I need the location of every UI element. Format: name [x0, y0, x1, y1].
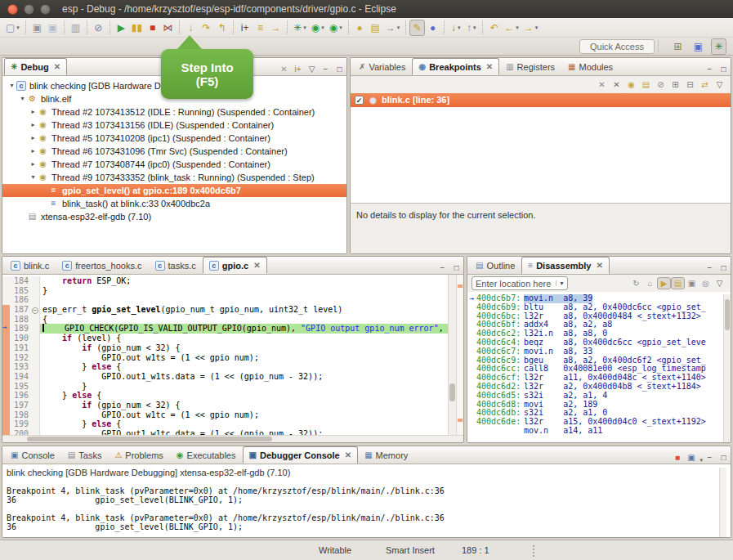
tree-expander-icon[interactable]: ▾: [29, 171, 38, 184]
expand-all-button[interactable]: ⊞: [668, 78, 682, 91]
debug-tree-row[interactable]: ▸◉Thread #6 1073431096 (Tmr Svc) (Suspen…: [2, 145, 346, 158]
minimize-button[interactable]: −: [703, 262, 717, 274]
back-button[interactable]: ←▾: [502, 20, 521, 36]
forward-dropdown-icon[interactable]: ▾: [535, 25, 539, 31]
new-wizard-button[interactable]: ▢▾: [3, 20, 22, 36]
breakpoint-row[interactable]: ✓◉blink.c [line: 36]: [351, 93, 731, 107]
code-line[interactable]: 184 return ESP_OK;: [2, 276, 448, 286]
window-minimize-button[interactable]: [24, 4, 34, 15]
location-input[interactable]: Enter location here ▼: [472, 276, 568, 290]
next-annotation-button[interactable]: ↓▾: [448, 20, 463, 36]
tab-gpio-c[interactable]: cgpio.c✕: [203, 257, 267, 274]
breakpoint-checkbox[interactable]: ✓: [355, 96, 364, 105]
tab-debug[interactable]: ✳Debug✕: [4, 58, 67, 75]
step-over-button[interactable]: ↷: [199, 20, 214, 36]
tab-tasks-c[interactable]: ctasks.c: [149, 257, 203, 274]
code-analysis-button[interactable]: ●: [425, 20, 440, 36]
instruction-stepping-button[interactable]: i+: [237, 20, 253, 36]
close-icon[interactable]: ✕: [54, 62, 60, 71]
link-with-debug-view-button[interactable]: ⇄: [698, 78, 712, 91]
tab-memory[interactable]: ▦Memory: [358, 446, 414, 464]
suspend-button[interactable]: ▮▮: [129, 20, 145, 36]
home-button[interactable]: ⌂: [643, 277, 657, 289]
maximize-button[interactable]: □: [717, 262, 731, 274]
run-button[interactable]: ◉▾: [309, 20, 327, 36]
debug-tree-row[interactable]: ▸◉Thread #3 1073413156 (IDLE) (Suspended…: [2, 119, 346, 132]
debug-tree-row[interactable]: ≡blink_task() at blink.c:33 0x400dbc2a: [2, 197, 346, 210]
open-element-button[interactable]: ●: [352, 20, 368, 36]
code-line[interactable]: →189 GPIO_CHECK(GPIO_IS_VALID_OUTPUT_GPI…: [2, 324, 448, 334]
tab-modules[interactable]: ▦Modules: [561, 58, 619, 75]
window-maximize-button[interactable]: [40, 4, 51, 15]
debug-button[interactable]: ✳▾: [291, 20, 309, 36]
save-button[interactable]: ▣: [29, 20, 45, 36]
disassembly-listing[interactable]: →400dc6b7:movi.n a8, 39400dc6b9:bltu a8,…: [467, 294, 723, 442]
tab-variables[interactable]: ✗Variables: [352, 58, 412, 75]
view-menu-button[interactable]: ▽: [305, 63, 319, 75]
close-icon[interactable]: ✕: [596, 261, 602, 270]
code-line[interactable]: 191 if (gpio_num < 32) {: [2, 343, 448, 353]
terminate-console-button[interactable]: ■: [670, 451, 684, 464]
view-menu-button[interactable]: ▽: [713, 78, 726, 91]
remove-all-breakpoints-button[interactable]: ✕: [610, 78, 623, 91]
open-resource-button[interactable]: ▤: [368, 20, 383, 36]
close-icon[interactable]: ✕: [253, 261, 260, 270]
last-edit-location-button[interactable]: ↶: [486, 20, 502, 36]
code-line[interactable]: 187−esp_err_t gpio_set_level(gpio_num_t …: [2, 305, 448, 315]
skip-all-breakpoints-button[interactable]: ⊘: [654, 78, 668, 91]
tree-expander-icon[interactable]: ▸: [29, 119, 38, 132]
tree-expander-icon[interactable]: ▸: [29, 145, 38, 158]
previous-annotation-dropdown-icon[interactable]: ▾: [473, 25, 476, 31]
debug-tree-row[interactable]: ▾◉Thread #9 1073433352 (blink_task : Run…: [2, 171, 346, 184]
code-line[interactable]: 192 GPIO.out_w1ts = (1 << gpio_num);: [2, 353, 448, 363]
next-annotation-dropdown-icon[interactable]: ▾: [458, 25, 461, 31]
tree-expander-icon[interactable]: ▾: [7, 79, 16, 92]
debug-tree-row[interactable]: ▸◉Thread #2 1073413512 (IDLE : Running) …: [2, 105, 346, 119]
code-line[interactable]: 195 }: [2, 382, 448, 392]
maximize-button[interactable]: □: [449, 262, 463, 274]
tab-disassembly[interactable]: ≡Disassembly✕: [521, 257, 610, 274]
terminate-button[interactable]: ■: [145, 20, 160, 36]
remove-breakpoint-button[interactable]: ✕: [595, 78, 609, 91]
code-line[interactable]: 190 if (level) {: [2, 334, 448, 343]
console-scrollbar[interactable]: [719, 468, 726, 537]
pin-view-button[interactable]: ◎: [699, 277, 713, 289]
disassembly-line[interactable]: 400dc6c7:movi.n a8, 33: [467, 347, 723, 356]
tab-tasks[interactable]: ▤Tasks: [61, 446, 109, 464]
step-return-button[interactable]: ↰: [214, 20, 230, 36]
location-dropdown-icon[interactable]: ▼: [556, 280, 567, 286]
editor-horizontal-scrollbar[interactable]: [2, 435, 463, 442]
minimize-button[interactable]: −: [319, 63, 333, 75]
debug-dropdown-icon[interactable]: ▾: [303, 25, 306, 31]
display-selected-console-button[interactable]: ▣: [684, 451, 698, 464]
launch-target-dropdown-icon[interactable]: ▾: [397, 25, 400, 31]
show-breakpoints-for-selection-button[interactable]: ◉: [624, 78, 638, 91]
tab-breakpoints[interactable]: ◉Breakpoints✕: [412, 58, 499, 75]
quick-access-button[interactable]: Quick Access: [579, 39, 655, 54]
debug-tree-row[interactable]: ▤xtensa-esp32-elf-gdb (7.10): [2, 210, 346, 223]
code-line[interactable]: 193 } else {: [2, 362, 448, 372]
minimize-button[interactable]: −: [703, 63, 717, 75]
disassembly-line[interactable]: 400dc6d5:s32i a2, a1, 4: [467, 392, 723, 401]
sync-active-context-button[interactable]: ▶: [657, 277, 671, 289]
code-line[interactable]: 194 GPIO.out1_w1ts.data = (1 << (gpio_nu…: [2, 372, 448, 382]
open-new-view-button[interactable]: ▣: [685, 277, 699, 289]
previous-annotation-button[interactable]: ↑▾: [463, 20, 479, 36]
maximize-button[interactable]: □: [717, 451, 731, 464]
show-source-button[interactable]: ▤: [671, 277, 685, 289]
code-line[interactable]: 199 } else {: [2, 419, 448, 429]
tree-expander-icon[interactable]: ▾: [18, 92, 27, 105]
collapse-icon[interactable]: −: [32, 307, 38, 314]
code-line[interactable]: 200 GPIO.out1_w1tc.data = (1 << (gpio_nu…: [2, 429, 448, 435]
tab-registers[interactable]: ▥Registers: [499, 58, 561, 75]
show-execution-button[interactable]: ≡: [253, 20, 268, 36]
tab-console[interactable]: ▣Console: [4, 446, 61, 464]
disassembly-scrollbar[interactable]: [723, 294, 731, 442]
new-wizard-dropdown-icon[interactable]: ▾: [16, 25, 20, 31]
maximize-button[interactable]: □: [717, 63, 731, 75]
build-button[interactable]: ▥: [68, 20, 83, 36]
close-icon[interactable]: ✕: [486, 62, 493, 71]
code-line[interactable]: 196 } else {: [2, 391, 448, 401]
window-close-button[interactable]: [7, 4, 18, 15]
refresh-view-button[interactable]: ↻: [629, 277, 643, 289]
